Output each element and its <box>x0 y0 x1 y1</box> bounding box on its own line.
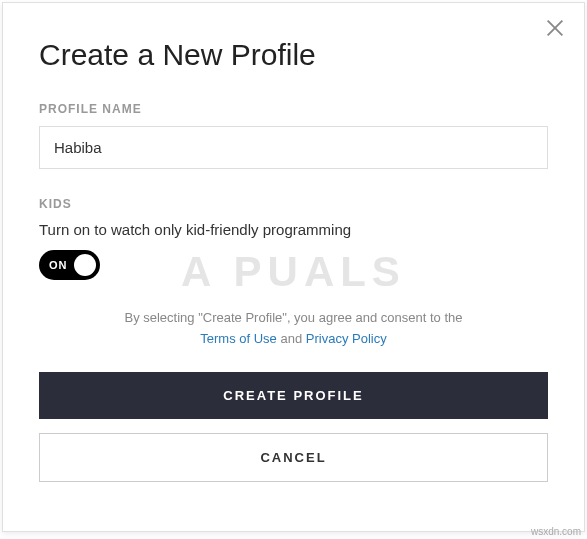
privacy-policy-link[interactable]: Privacy Policy <box>306 331 387 346</box>
consent-text: By selecting "Create Profile", you agree… <box>39 308 548 350</box>
profile-name-input[interactable] <box>39 126 548 169</box>
create-profile-modal: A PUALS Create a New Profile PROFILE NAM… <box>2 2 585 532</box>
terms-of-use-link[interactable]: Terms of Use <box>200 331 277 346</box>
cancel-button[interactable]: CANCEL <box>39 433 548 482</box>
kids-toggle[interactable]: ON <box>39 250 100 280</box>
profile-name-label: PROFILE NAME <box>39 102 548 116</box>
kids-label: KIDS <box>39 197 548 211</box>
source-watermark: wsxdn.com <box>531 526 581 537</box>
consent-prefix: By selecting "Create Profile", you agree… <box>124 310 462 325</box>
modal-title: Create a New Profile <box>39 38 548 72</box>
consent-and: and <box>277 331 306 346</box>
close-icon <box>544 17 566 39</box>
kids-description: Turn on to watch only kid-friendly progr… <box>39 221 548 238</box>
modal-content: Create a New Profile PROFILE NAME KIDS T… <box>3 3 584 512</box>
create-profile-button[interactable]: CREATE PROFILE <box>39 372 548 419</box>
toggle-knob <box>74 254 96 276</box>
close-button[interactable] <box>538 11 572 49</box>
toggle-state-label: ON <box>49 259 68 271</box>
